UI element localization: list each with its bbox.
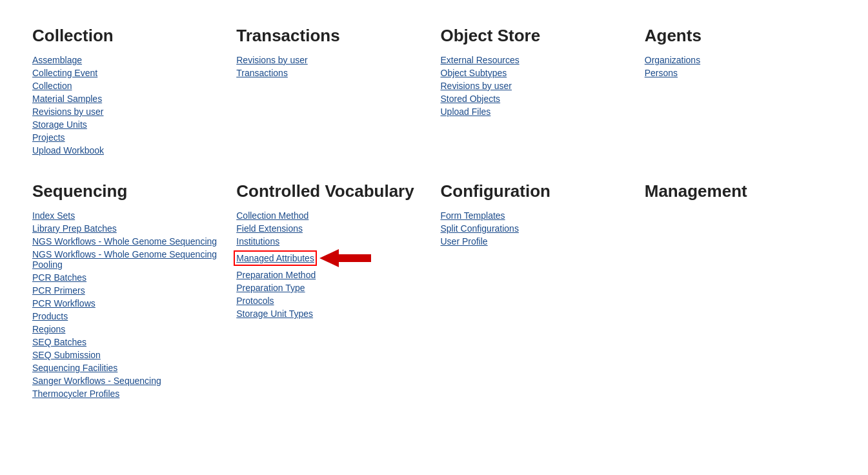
link-collection-3[interactable]: Material Samples xyxy=(32,94,223,104)
section-configuration: ConfigurationForm TemplatesSplit Configu… xyxy=(441,181,632,399)
link-object-store-4[interactable]: Upload Files xyxy=(441,106,632,117)
section-management: Management xyxy=(645,181,836,399)
link-agents-0[interactable]: Organizations xyxy=(645,55,836,65)
link-sequencing-12[interactable]: Sanger Workflows - Sequencing xyxy=(32,376,223,386)
section-title-configuration: Configuration xyxy=(441,181,632,201)
link-configuration-0[interactable]: Form Templates xyxy=(441,210,632,221)
link-sequencing-13[interactable]: Thermocycler Profiles xyxy=(32,389,223,399)
section-links-object-store: External ResourcesObject SubtypesRevisio… xyxy=(441,55,632,117)
link-controlled-vocabulary-7[interactable]: Storage Unit Types xyxy=(236,308,427,319)
link-collection-0[interactable]: Assemblage xyxy=(32,55,223,65)
link-collection-6[interactable]: Projects xyxy=(32,132,223,143)
section-links-controlled-vocabulary: Collection MethodField ExtensionsInstitu… xyxy=(236,210,427,319)
link-sequencing-5[interactable]: PCR Primers xyxy=(32,285,223,296)
link-collection-7[interactable]: Upload Workbook xyxy=(32,145,223,156)
section-title-transactions: Transactions xyxy=(236,26,427,46)
link-transactions-0[interactable]: Revisions by user xyxy=(236,55,427,65)
section-links-transactions: Revisions by userTransactions xyxy=(236,55,427,78)
link-sequencing-0[interactable]: Index Sets xyxy=(32,210,223,221)
section-links-collection: AssemblageCollecting EventCollectionMate… xyxy=(32,55,223,156)
link-sequencing-11[interactable]: Sequencing Facilities xyxy=(32,363,223,373)
link-sequencing-7[interactable]: Products xyxy=(32,311,223,321)
link-controlled-vocabulary-5[interactable]: Preparation Type xyxy=(236,283,427,293)
section-sequencing: SequencingIndex SetsLibrary Prep Batches… xyxy=(32,181,223,399)
link-agents-1[interactable]: Persons xyxy=(645,68,836,78)
link-sequencing-6[interactable]: PCR Workflows xyxy=(32,298,223,308)
main-grid: CollectionAssemblageCollecting EventColl… xyxy=(32,26,836,399)
link-collection-2[interactable]: Collection xyxy=(32,81,223,91)
link-controlled-vocabulary-3[interactable]: Managed Attributes xyxy=(236,253,314,263)
link-sequencing-8[interactable]: Regions xyxy=(32,324,223,334)
link-controlled-vocabulary-4[interactable]: Preparation Method xyxy=(236,270,427,280)
section-links-sequencing: Index SetsLibrary Prep BatchesNGS Workfl… xyxy=(32,210,223,399)
section-title-agents: Agents xyxy=(645,26,836,46)
link-controlled-vocabulary-1[interactable]: Field Extensions xyxy=(236,223,427,234)
section-links-configuration: Form TemplatesSplit ConfigurationsUser P… xyxy=(441,210,632,247)
link-configuration-2[interactable]: User Profile xyxy=(441,236,632,247)
section-agents: AgentsOrganizationsPersons xyxy=(645,26,836,156)
section-title-management: Management xyxy=(645,181,836,201)
section-title-collection: Collection xyxy=(32,26,223,46)
link-sequencing-10[interactable]: SEQ Submission xyxy=(32,350,223,360)
link-controlled-vocabulary-0[interactable]: Collection Method xyxy=(236,210,427,221)
link-sequencing-4[interactable]: PCR Batches xyxy=(32,272,223,283)
link-collection-4[interactable]: Revisions by user xyxy=(32,106,223,117)
section-title-object-store: Object Store xyxy=(441,26,632,46)
section-collection: CollectionAssemblageCollecting EventColl… xyxy=(32,26,223,156)
link-object-store-0[interactable]: External Resources xyxy=(441,55,632,65)
link-sequencing-3[interactable]: NGS Workflows - Whole Genome Sequencing … xyxy=(32,249,223,270)
link-transactions-1[interactable]: Transactions xyxy=(236,68,427,78)
link-controlled-vocabulary-2[interactable]: Institutions xyxy=(236,236,427,247)
section-transactions: TransactionsRevisions by userTransaction… xyxy=(236,26,427,156)
link-sequencing-9[interactable]: SEQ Batches xyxy=(32,337,223,347)
red-arrow-icon xyxy=(319,249,371,267)
section-controlled-vocabulary: Controlled VocabularyCollection MethodFi… xyxy=(236,181,427,399)
section-title-sequencing: Sequencing xyxy=(32,181,223,201)
link-configuration-1[interactable]: Split Configurations xyxy=(441,223,632,234)
link-sequencing-1[interactable]: Library Prep Batches xyxy=(32,223,223,234)
section-title-controlled-vocabulary: Controlled Vocabulary xyxy=(236,181,427,201)
link-sequencing-2[interactable]: NGS Workflows - Whole Genome Sequencing xyxy=(32,236,223,247)
section-links-agents: OrganizationsPersons xyxy=(645,55,836,78)
link-controlled-vocabulary-6[interactable]: Protocols xyxy=(236,296,427,306)
link-object-store-2[interactable]: Revisions by user xyxy=(441,81,632,91)
section-object-store: Object StoreExternal ResourcesObject Sub… xyxy=(441,26,632,156)
link-collection-1[interactable]: Collecting Event xyxy=(32,68,223,78)
link-object-store-3[interactable]: Stored Objects xyxy=(441,94,632,104)
link-object-store-1[interactable]: Object Subtypes xyxy=(441,68,632,78)
svg-marker-0 xyxy=(319,249,371,267)
link-collection-5[interactable]: Storage Units xyxy=(32,119,223,130)
